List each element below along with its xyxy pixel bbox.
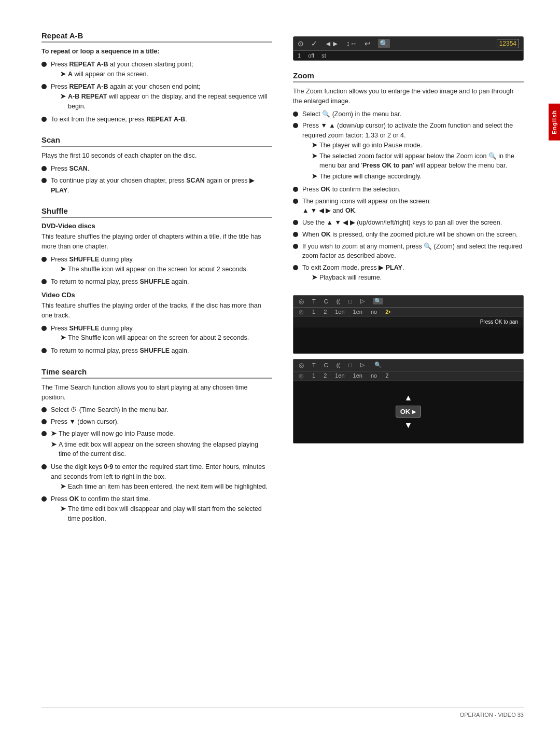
list-item: Press ▼ (down cursor). bbox=[41, 417, 272, 427]
list-item: To exit Zoom mode, press ▶ PLAY. ➤Playba… bbox=[293, 263, 524, 284]
arrow-up-icon: ▲ bbox=[404, 393, 413, 403]
section-scan: Scan Plays the first 10 seconds of each … bbox=[41, 135, 272, 195]
menu-icon-zoom: 🔍 bbox=[378, 39, 390, 48]
list-item: Use the digit keys 0-9 to enter the requ… bbox=[41, 462, 272, 492]
arrow-icon: ➤ bbox=[60, 482, 66, 492]
menu-icon-audio: ◄► bbox=[325, 39, 339, 48]
time-search-body: The Time Search function allows you to s… bbox=[41, 383, 272, 403]
list-item: Press SHUFFLE during play. ➤The Shuffle … bbox=[41, 324, 272, 344]
list-item: Use the ▲ ▼ ◀ ▶ (up/down/left/right) key… bbox=[293, 218, 524, 228]
zoom2-val-1: 1 bbox=[312, 372, 315, 379]
bullet-text: Press REPEAT A-B again at your chosen en… bbox=[51, 82, 272, 112]
footer-text: OPERATION - VIDEO 33 bbox=[460, 712, 524, 718]
arrow-icon: ➤ bbox=[312, 273, 317, 283]
ok-button-center: OK ▶ bbox=[396, 406, 422, 418]
list-item: To continue play at your chosen chapter,… bbox=[41, 176, 272, 196]
bullet-text: Use the ▲ ▼ ◀ ▶ (up/down/left/right) key… bbox=[302, 218, 524, 228]
zoom2-icon-zoom: 🔍 bbox=[373, 362, 383, 368]
bullet-text: Press ▼ (down cursor). bbox=[51, 417, 272, 427]
zoom2-val-factor: 2 bbox=[385, 372, 388, 379]
zoom2-icon-t: T bbox=[312, 362, 316, 368]
scan-body: Plays the first 10 seconds of each chapt… bbox=[41, 151, 272, 161]
scan-bullets: Press SCAN. To continue play at your cho… bbox=[41, 164, 272, 195]
bullet-icon bbox=[41, 348, 47, 353]
section-zoom: Zoom The Zoom function allows you to enl… bbox=[293, 71, 524, 284]
press-ok-pan-label: Press OK to pan bbox=[480, 319, 518, 325]
zoom-val-no: no bbox=[371, 309, 377, 315]
dvd-bullets: Press SHUFFLE during play. ➤The shuffle … bbox=[41, 255, 272, 287]
list-item: When OK is pressed, only the zoomed pict… bbox=[293, 230, 524, 240]
bullet-icon bbox=[41, 431, 47, 436]
bullet-icon bbox=[41, 279, 47, 284]
list-item: Press SHUFFLE during play. ➤The shuffle … bbox=[41, 255, 272, 275]
zoom-icon-t: T bbox=[312, 298, 316, 304]
menu-val-1: 1 bbox=[298, 52, 301, 59]
zoom-screenshot-1: ◎ T C (( □ ▷ 🔍 ◎ 1 2 1en 1en no 2• bbox=[293, 295, 524, 354]
zoom-bullets: Select 🔍 (Zoom) in the menu bar. Press ▼… bbox=[293, 109, 524, 284]
zoom2-icon-play: ▷ bbox=[360, 362, 365, 368]
list-item: To return to normal play, press SHUFFLE … bbox=[41, 277, 272, 287]
menu-icon-disc: ⊙ bbox=[298, 39, 304, 48]
list-item: Select 🔍 (Zoom) in the menu bar. bbox=[293, 109, 524, 119]
arrow-icon: ➤ bbox=[60, 333, 66, 343]
zoom-icon-audio: (( bbox=[337, 298, 340, 304]
zoom2-val-1en2: 1en bbox=[353, 372, 362, 379]
vcd-body: This feature shuffles the playing order … bbox=[41, 301, 272, 321]
list-item: Press OK to confirm the selection. bbox=[293, 185, 524, 195]
bullet-text: To exit from the sequence, press REPEAT … bbox=[51, 115, 272, 124]
section-shuffle: Shuffle DVD-Video discs This feature shu… bbox=[41, 206, 272, 356]
bullet-icon bbox=[41, 117, 47, 122]
bullet-text: Press REPEAT A-B at your chosen starting… bbox=[51, 60, 272, 80]
bullet-text: To continue play at your chosen chapter,… bbox=[51, 176, 272, 196]
repeat-ab-title: Repeat A-B bbox=[41, 31, 272, 43]
zoom-val-disc: ◎ bbox=[299, 309, 304, 315]
bullet-icon bbox=[41, 419, 47, 424]
dvd-body: This feature shuffles the playing order … bbox=[41, 232, 272, 252]
menu-screenshot-top: ⊙ ✓ ◄► ↕↔ ↩ 🔍 12354 1 off st bbox=[293, 36, 524, 61]
list-item: Press ▼ ▲ (down/up cursor) to activate t… bbox=[293, 121, 524, 183]
bullet-text: When OK is pressed, only the zoomed pict… bbox=[302, 230, 524, 240]
bullet-text: ➤The player will now go into Pause mode.… bbox=[51, 429, 272, 460]
bullet-text: Press SCAN. bbox=[51, 164, 272, 174]
bullet-icon bbox=[293, 244, 298, 249]
zoom2-val-2: 2 bbox=[324, 372, 327, 379]
bullet-text: Press ▼ ▲ (down/up cursor) to activate t… bbox=[302, 121, 524, 183]
bullet-text: To return to normal play, press SHUFFLE … bbox=[51, 346, 272, 356]
sub-text: The player will now go into Pause mode. bbox=[59, 429, 175, 439]
bullet-icon bbox=[41, 407, 47, 412]
bullet-text: To exit Zoom mode, press ▶ PLAY. ➤Playba… bbox=[302, 263, 524, 284]
zoom-val-factor: 2• bbox=[385, 309, 390, 315]
sub-text: A will appear on the screen. bbox=[68, 70, 148, 79]
zoom2-icon-c: C bbox=[324, 362, 328, 368]
bullet-icon bbox=[41, 166, 47, 171]
zoom-screen-2: ▲ OK ▶ ▼ bbox=[293, 381, 523, 443]
arrow-icon: ➤ bbox=[51, 440, 57, 450]
bullet-icon bbox=[293, 220, 298, 225]
menu-icon-repeat: ↩ bbox=[365, 39, 371, 48]
menu-counter: 12354 bbox=[497, 39, 519, 48]
vcd-bullets: Press SHUFFLE during play. ➤The Shuffle … bbox=[41, 324, 272, 356]
bullet-icon bbox=[41, 464, 47, 469]
list-item: Press REPEAT A-B again at your chosen en… bbox=[41, 82, 272, 112]
menu-bar-icons: ⊙ ✓ ◄► ↕↔ ↩ 🔍 12354 bbox=[293, 37, 523, 51]
footer: OPERATION - VIDEO 33 bbox=[41, 707, 524, 718]
sub-text: The Shuffle icon will appear on the scre… bbox=[68, 333, 249, 343]
zoom-menu-bar-2: ◎ T C (( □ ▷ 🔍 bbox=[293, 359, 523, 371]
bullet-icon bbox=[293, 112, 298, 117]
sub-text: The shuffle icon will appear on the scre… bbox=[68, 265, 248, 274]
bullet-icon bbox=[41, 178, 47, 183]
time-search-title: Time search bbox=[41, 367, 272, 379]
zoom-icon-sub: □ bbox=[348, 298, 352, 304]
bullet-text: Use the digit keys 0-9 to enter the requ… bbox=[51, 462, 272, 492]
bullet-icon bbox=[41, 62, 47, 67]
zoom-icon-c: C bbox=[324, 298, 328, 304]
repeat-ab-bullets: Press REPEAT A-B at your chosen starting… bbox=[41, 60, 272, 124]
zoom-icon-play: ▷ bbox=[360, 298, 365, 304]
bullet-text: The panning icons will appear on the scr… bbox=[302, 197, 524, 216]
bullet-icon bbox=[41, 326, 47, 331]
bullet-text: Press OK to confirm the start time. ➤The… bbox=[51, 494, 272, 524]
section-repeat-ab: Repeat A-B To repeat or loop a sequence … bbox=[41, 31, 272, 124]
page-container: English Repeat A-B To repeat or loop a s… bbox=[0, 0, 560, 749]
bullet-text: Press OK to confirm the selection. bbox=[302, 185, 524, 195]
sub-text: Each time an item has been entered, the … bbox=[68, 482, 268, 492]
